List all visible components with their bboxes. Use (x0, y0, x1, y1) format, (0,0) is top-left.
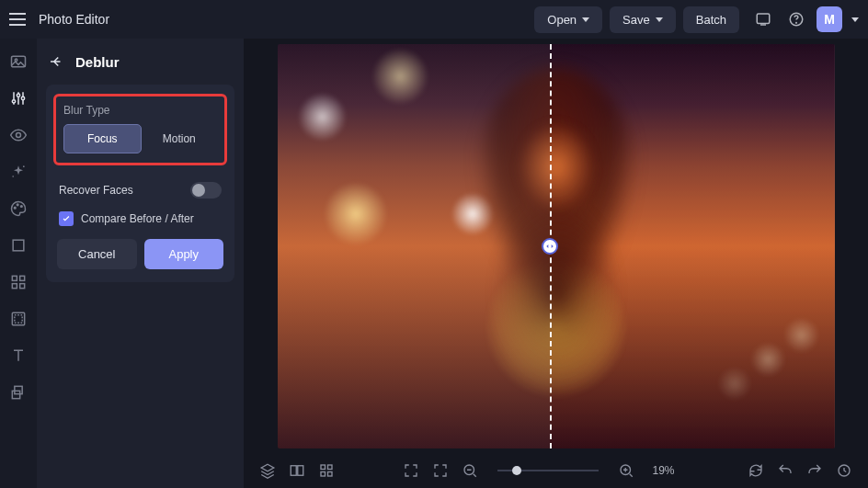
focus-option[interactable]: Focus (63, 124, 142, 153)
undo-icon[interactable] (776, 461, 794, 480)
refresh-icon[interactable] (747, 461, 765, 480)
history-icon[interactable] (835, 461, 853, 480)
visibility-tool-icon[interactable] (8, 125, 29, 145)
compare-handle[interactable] (542, 238, 558, 255)
svg-rect-21 (15, 386, 22, 393)
svg-point-2 (796, 22, 797, 23)
zoom-slider[interactable] (497, 470, 599, 471)
compare-label: Compare Before / After (81, 212, 194, 225)
save-label: Save (622, 13, 650, 27)
svg-point-12 (17, 204, 18, 206)
svg-point-5 (12, 100, 15, 103)
menu-icon[interactable] (9, 8, 31, 30)
batch-label: Batch (696, 13, 726, 27)
svg-point-8 (17, 133, 21, 138)
image-tool-icon[interactable] (8, 51, 29, 72)
svg-rect-15 (12, 276, 17, 280)
adjustments-tool-icon[interactable] (8, 88, 29, 108)
svg-rect-18 (20, 284, 25, 289)
svg-rect-25 (321, 465, 326, 470)
redo-icon[interactable] (805, 461, 824, 480)
svg-rect-28 (328, 471, 333, 476)
blur-type-highlight: Blur Type Focus Motion (53, 94, 227, 165)
svg-point-13 (21, 206, 23, 208)
fullscreen-icon[interactable] (402, 461, 420, 480)
compare-icon[interactable] (288, 461, 306, 480)
feedback-icon[interactable] (750, 6, 776, 32)
svg-point-10 (12, 176, 14, 177)
deblur-card: Blur Type Focus Motion Recover Faces Com… (46, 85, 234, 282)
avatar[interactable]: M (817, 6, 842, 32)
svg-point-6 (17, 94, 19, 96)
avatar-letter: M (824, 12, 835, 27)
canvas (244, 39, 868, 452)
motion-option[interactable]: Motion (142, 124, 218, 153)
elements-tool-icon[interactable] (8, 272, 29, 292)
side-panel: Deblur Blur Type Focus Motion Recover Fa… (37, 39, 244, 488)
grid-icon[interactable] (317, 461, 336, 480)
layers-icon[interactable] (258, 461, 277, 480)
sparkle-tool-icon[interactable] (8, 162, 29, 182)
chevron-down-icon (582, 17, 589, 22)
back-arrow-icon[interactable] (46, 51, 66, 72)
svg-rect-17 (12, 284, 17, 289)
svg-rect-26 (328, 465, 333, 470)
svg-rect-0 (757, 14, 770, 24)
palette-tool-icon[interactable] (8, 199, 29, 219)
main: Deblur Blur Type Focus Motion Recover Fa… (0, 39, 868, 488)
svg-rect-24 (298, 465, 303, 475)
zoom-value: 19% (652, 464, 674, 477)
svg-rect-16 (20, 276, 25, 280)
zoom-in-icon[interactable] (617, 461, 635, 480)
fit-icon[interactable] (431, 461, 450, 480)
svg-point-9 (23, 165, 25, 167)
chevron-down-icon (656, 17, 663, 22)
svg-rect-22 (12, 391, 19, 398)
crop-tool-icon[interactable] (8, 235, 29, 255)
recover-faces-label: Recover Faces (59, 184, 133, 197)
compare-checkbox[interactable] (59, 211, 74, 226)
svg-rect-14 (13, 240, 24, 251)
svg-point-11 (14, 207, 16, 209)
topbar: Photo Editor Open Save Batch M (0, 0, 868, 39)
open-button[interactable]: Open (534, 6, 602, 33)
blur-type-label: Blur Type (63, 104, 217, 117)
svg-rect-27 (321, 471, 326, 476)
help-icon[interactable] (783, 6, 809, 32)
recover-faces-toggle[interactable] (190, 182, 222, 199)
bottom-toolbar: 19% (244, 452, 868, 488)
tool-rail (0, 39, 37, 488)
svg-rect-23 (291, 465, 296, 475)
image-preview[interactable] (278, 44, 835, 448)
batch-button[interactable]: Batch (683, 6, 739, 33)
apply-button[interactable]: Apply (144, 239, 224, 269)
save-button[interactable]: Save (610, 6, 676, 33)
svg-point-7 (21, 96, 24, 99)
panel-title: Deblur (75, 54, 120, 70)
compare-row[interactable]: Compare Before / After (57, 206, 223, 239)
chevron-down-icon[interactable] (851, 17, 859, 22)
text-tool-icon[interactable] (8, 346, 29, 366)
recover-faces-row: Recover Faces (57, 175, 223, 206)
open-label: Open (547, 13, 577, 27)
app-title: Photo Editor (39, 12, 109, 27)
zoom-out-icon[interactable] (461, 461, 479, 480)
cancel-button[interactable]: Cancel (57, 239, 137, 269)
frame-tool-icon[interactable] (8, 309, 29, 329)
blur-type-segmented: Focus Motion (63, 124, 217, 153)
svg-rect-20 (15, 315, 22, 323)
canvas-area: 19% (244, 39, 868, 488)
layers-tool-icon[interactable] (8, 382, 29, 403)
